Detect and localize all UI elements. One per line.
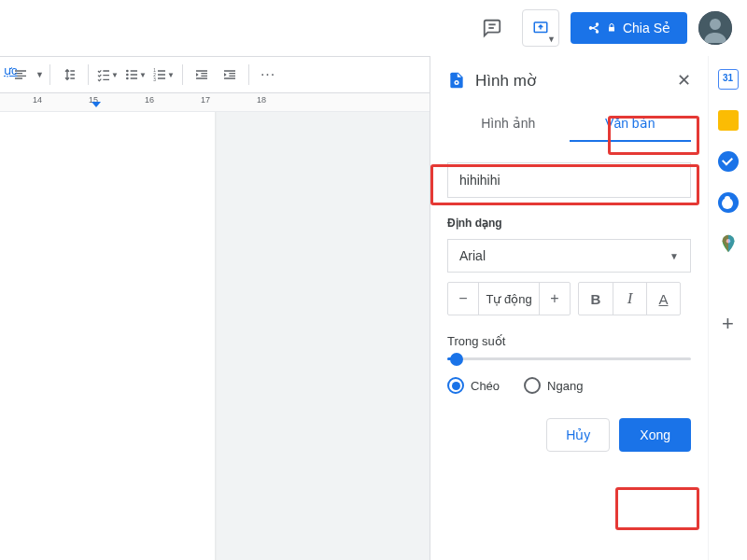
svg-point-9	[126, 74, 129, 77]
tab-text[interactable]: Văn bản	[570, 106, 692, 142]
font-select[interactable]: Arial ▼	[447, 239, 691, 273]
avatar[interactable]	[698, 11, 732, 45]
calendar-app-icon[interactable]	[718, 69, 739, 90]
format-label: Định dạng	[447, 217, 691, 230]
transparency-label: Trong suốt	[447, 334, 691, 348]
text-style-group: B I A	[578, 282, 681, 315]
keep-app-icon[interactable]	[718, 110, 739, 131]
document-canvas[interactable]	[0, 112, 430, 560]
tab-image[interactable]: Hình ảnh	[447, 106, 570, 142]
orientation-diagonal-radio[interactable]: Chéo	[447, 377, 500, 394]
ruler-marker-icon[interactable]	[92, 102, 101, 107]
indent-decrease-icon[interactable]	[189, 62, 215, 88]
size-increase-button[interactable]: +	[540, 283, 570, 315]
bold-button[interactable]: B	[579, 283, 613, 315]
italic-button[interactable]: I	[613, 283, 646, 315]
close-icon[interactable]: ✕	[677, 70, 691, 91]
truncated-link[interactable]: ực	[4, 63, 18, 77]
indent-increase-icon[interactable]	[217, 62, 243, 88]
app-header: ▼ Chia Sẻ	[0, 0, 747, 56]
present-button[interactable]: ▼	[522, 9, 559, 47]
ruler-tick: 17	[201, 95, 210, 105]
svg-point-7	[710, 19, 721, 30]
ruler-tick: 16	[145, 95, 154, 105]
watermark-tabs: Hình ảnh Văn bản	[447, 106, 691, 142]
checklist-icon[interactable]: ▼	[94, 62, 120, 88]
bullet-list-icon[interactable]: ▼	[122, 62, 148, 88]
share-button[interactable]: Chia Sẻ	[571, 12, 687, 44]
size-stepper: − Tự động +	[447, 282, 571, 315]
size-value[interactable]: Tự động	[478, 283, 540, 315]
done-button[interactable]: Xong	[619, 418, 691, 452]
contacts-app-icon[interactable]	[718, 192, 739, 213]
svg-point-8	[126, 70, 129, 73]
transparency-slider[interactable]	[447, 357, 691, 360]
chevron-down-icon: ▼	[669, 251, 679, 261]
font-value: Arial	[459, 248, 486, 263]
side-panel-rail: +	[708, 56, 747, 560]
maps-app-icon[interactable]	[718, 233, 739, 254]
document-page	[0, 112, 215, 560]
size-decrease-button[interactable]: −	[448, 283, 478, 315]
svg-text:3: 3	[153, 77, 156, 82]
radio-label: Chéo	[471, 379, 500, 393]
watermark-panel: Hình mờ ✕ Hình ảnh Văn bản Định dạng Ari…	[430, 56, 708, 560]
slider-thumb[interactable]	[450, 353, 463, 366]
line-spacing-icon[interactable]	[56, 62, 82, 88]
comment-icon[interactable]	[473, 9, 511, 47]
ruler-tick: 18	[257, 95, 266, 105]
numbered-list-icon[interactable]: 123▼	[150, 62, 176, 88]
text-color-button[interactable]: A	[646, 283, 680, 315]
share-label: Chia Sẻ	[623, 21, 670, 35]
panel-title: Hình mờ	[475, 71, 668, 91]
radio-label: Ngang	[547, 379, 583, 393]
docs-file-icon	[447, 69, 466, 91]
watermark-text-input[interactable]	[447, 162, 691, 198]
svg-rect-5	[609, 27, 614, 32]
svg-point-10	[126, 77, 129, 80]
tasks-app-icon[interactable]	[718, 151, 739, 172]
add-addon-icon[interactable]: +	[718, 314, 739, 334]
toolbar-overflow[interactable]: ···	[255, 66, 281, 83]
svg-point-15	[456, 81, 458, 83]
orientation-horizontal-radio[interactable]: Ngang	[524, 377, 583, 394]
cancel-button[interactable]: Hủy	[546, 418, 610, 452]
ruler-tick: 14	[33, 95, 42, 105]
